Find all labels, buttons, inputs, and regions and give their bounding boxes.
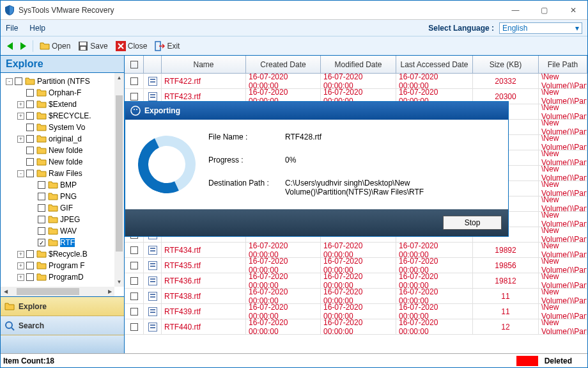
tree-checkbox[interactable] xyxy=(38,204,45,212)
row-checkbox[interactable] xyxy=(130,277,138,285)
row-checkbox[interactable] xyxy=(130,93,138,100)
cell-size: 20332 xyxy=(473,74,539,88)
row-checkbox[interactable] xyxy=(130,292,138,300)
sidebar: Explore -Partition (NTFS+Orphan-F+$Exten… xyxy=(1,56,125,353)
col-created[interactable]: Created Date xyxy=(246,56,321,73)
svg-point-6 xyxy=(131,106,140,115)
tree-node[interactable]: +original_d xyxy=(1,133,114,145)
cell-modified: 16-07-2020 00:00:00 xyxy=(321,273,396,288)
tree-checkbox[interactable] xyxy=(15,77,22,85)
tree-node[interactable]: +$RECYCLE. xyxy=(1,110,114,122)
tree-node[interactable]: +New folde xyxy=(1,156,114,168)
tree-checkbox[interactable] xyxy=(26,158,34,166)
tree-checkbox[interactable] xyxy=(26,262,34,269)
tree-vscroll[interactable]: ▲▼ xyxy=(114,73,124,287)
sidebar-tabs: Explore Search xyxy=(1,296,124,353)
close-button[interactable]: Close xyxy=(113,40,150,52)
collapse-icon[interactable]: - xyxy=(6,78,13,85)
minimize-button[interactable]: — xyxy=(501,1,530,19)
tree-node[interactable]: +JPEG xyxy=(1,214,114,225)
tree-node[interactable]: +ProgramD xyxy=(1,271,114,283)
col-name[interactable]: Name xyxy=(162,56,246,73)
file-icon xyxy=(148,261,157,270)
select-all-checkbox[interactable] xyxy=(130,61,138,68)
col-path[interactable]: File Path xyxy=(539,56,587,73)
tree-checkbox[interactable] xyxy=(26,170,34,177)
open-button[interactable]: Open xyxy=(37,40,73,52)
arrow-left-icon xyxy=(7,42,13,50)
row-checkbox[interactable] xyxy=(130,77,138,85)
tree-checkbox[interactable] xyxy=(26,147,34,154)
tree-checkbox[interactable] xyxy=(38,181,45,189)
stop-button[interactable]: Stop xyxy=(443,216,502,230)
table-row[interactable]: RTF434.rtf16-07-2020 00:00:0016-07-2020 … xyxy=(125,243,587,258)
row-checkbox[interactable] xyxy=(130,323,138,331)
expand-icon[interactable]: + xyxy=(17,262,24,269)
col-modified[interactable]: Modified Date xyxy=(321,56,396,73)
tree-checkbox[interactable] xyxy=(26,135,34,143)
tree-checkbox[interactable] xyxy=(26,89,34,97)
table-row[interactable]: RTF439.rtf16-07-2020 00:00:0016-07-2020 … xyxy=(125,304,587,319)
expand-icon[interactable]: + xyxy=(17,113,24,120)
tree-node[interactable]: +$Recycle.B xyxy=(1,248,114,260)
row-checkbox[interactable] xyxy=(130,246,138,254)
tree-label: $Extend xyxy=(49,100,77,109)
save-button[interactable]: Save xyxy=(75,40,110,52)
tree-node[interactable]: +System Vo xyxy=(1,122,114,133)
cell-size: 12 xyxy=(473,319,539,334)
table-row[interactable]: RTF438.rtf16-07-2020 00:00:0016-07-2020 … xyxy=(125,289,587,304)
nav-back-button[interactable] xyxy=(4,41,15,51)
tree-node[interactable]: +WAV xyxy=(1,225,114,237)
exit-button[interactable]: Exit xyxy=(152,40,182,52)
expand-icon[interactable]: + xyxy=(17,251,24,258)
cell-modified: 16-07-2020 00:00:00 xyxy=(321,289,396,303)
nav-forward-button[interactable] xyxy=(18,41,29,51)
table-row[interactable]: RTF436.rtf16-07-2020 00:00:0016-07-2020 … xyxy=(125,273,587,289)
tree-node[interactable]: +PNG xyxy=(1,191,114,202)
menu-file[interactable]: File xyxy=(6,24,18,33)
tree-node[interactable]: +Orphan-F xyxy=(1,87,114,99)
language-label: Select Language : xyxy=(428,24,494,33)
tree-checkbox[interactable] xyxy=(26,112,34,120)
status-bar: Item Count:18 Deleted xyxy=(1,353,587,367)
folder-tree[interactable]: -Partition (NTFS+Orphan-F+$Extend+$RECYC… xyxy=(1,73,114,287)
tree-node[interactable]: +GIF xyxy=(1,202,114,214)
collapse-icon[interactable]: - xyxy=(17,170,24,177)
tree-node[interactable]: +$Extend xyxy=(1,99,114,110)
col-accessed[interactable]: Last Accessed Date xyxy=(396,56,473,73)
tree-checkbox[interactable] xyxy=(26,100,34,108)
tree-checkbox[interactable] xyxy=(26,124,34,131)
maximize-button[interactable]: ▢ xyxy=(530,1,559,19)
sidebar-tab-search[interactable]: Search xyxy=(1,316,124,335)
tree-checkbox[interactable] xyxy=(38,216,45,223)
row-checkbox[interactable] xyxy=(130,308,138,316)
tree-hscroll[interactable]: ◀▶ xyxy=(1,287,114,296)
table-row[interactable]: RTF422.rtf16-07-2020 00:00:0016-07-2020 … xyxy=(125,74,587,89)
tree-node[interactable]: +Program F xyxy=(1,260,114,271)
tree-checkbox[interactable] xyxy=(26,273,34,281)
close-window-button[interactable]: ✕ xyxy=(559,1,587,19)
tree-checkbox[interactable] xyxy=(26,250,34,258)
expand-icon[interactable]: + xyxy=(17,101,24,108)
tree-node[interactable]: -Raw Files xyxy=(1,168,114,179)
tree-node[interactable]: +✓RTF xyxy=(1,237,114,248)
table-row[interactable]: RTF440.rtf16-07-2020 00:00:0016-07-2020 … xyxy=(125,319,587,335)
tree-checkbox[interactable]: ✓ xyxy=(38,239,45,246)
tree-node[interactable]: +New folde xyxy=(1,145,114,156)
expand-icon[interactable]: + xyxy=(17,136,24,143)
tree-checkbox[interactable] xyxy=(38,227,45,235)
language-combo[interactable]: English ▾ xyxy=(499,22,582,34)
col-size[interactable]: Size (KB) xyxy=(473,56,539,73)
table-row[interactable]: RTF435.rtf16-07-2020 00:00:0016-07-2020 … xyxy=(125,258,587,273)
row-checkbox[interactable] xyxy=(130,262,138,269)
tree-label: New folde xyxy=(49,157,82,166)
cell-path: \New Volume()\Partiti xyxy=(539,120,587,134)
tree-node[interactable]: +BMP xyxy=(1,179,114,191)
sidebar-tab-explore[interactable]: Explore xyxy=(1,297,124,316)
expand-icon[interactable]: + xyxy=(17,274,24,281)
menu-help[interactable]: Help xyxy=(29,24,45,33)
tree-checkbox[interactable] xyxy=(38,193,45,200)
cell-path: \New Volume()\Partiti xyxy=(539,181,587,196)
tree-label: Partition (NTFS xyxy=(37,77,90,86)
tree-node[interactable]: -Partition (NTFS xyxy=(1,76,114,87)
